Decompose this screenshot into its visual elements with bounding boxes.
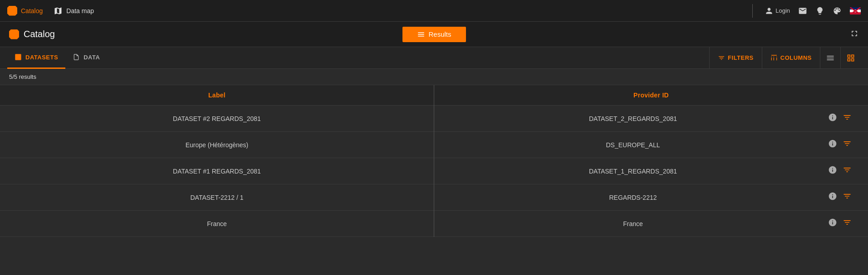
data-tab-icon	[73, 53, 80, 61]
login-btn[interactable]: Login	[765, 6, 790, 15]
cell-provider-id: DATASET_1_REGARDS_2081	[434, 158, 868, 184]
row-actions: DATASET_2_REGARDS_2081	[443, 113, 859, 124]
provider-id-value: REGARDS-2212	[443, 194, 823, 201]
info-btn[interactable]	[828, 192, 837, 203]
nav-right: Login	[749, 4, 861, 18]
row-filter-btn[interactable]	[843, 139, 852, 150]
info-btn[interactable]	[828, 165, 837, 177]
results-count: 5/5 results	[9, 73, 36, 80]
bulb-icon	[815, 6, 824, 15]
row-actions: DS_EUROPE_ALL	[443, 139, 859, 150]
flag-btn[interactable]	[850, 7, 861, 14]
provider-id-value: DATASET_1_REGARDS_2081	[443, 168, 823, 175]
filter-icon	[718, 54, 725, 62]
datasets-tab-icon	[15, 53, 22, 61]
results-button[interactable]: Results	[402, 27, 466, 42]
tab-datasets-label: DATASETS	[25, 54, 58, 61]
table-row: DATASET #1 REGARDS_2081DATASET_1_REGARDS…	[0, 158, 868, 184]
flag-icon	[850, 7, 861, 14]
filters-label: FILTERS	[728, 54, 754, 61]
table-header-row: Label Provider ID	[0, 85, 868, 106]
row-filter-btn[interactable]	[843, 218, 852, 229]
mail-icon	[798, 6, 807, 15]
page-title-area: Catalog	[9, 29, 55, 39]
palette-btn[interactable]	[833, 6, 842, 15]
tab-datasets[interactable]: DATASETS	[7, 47, 65, 69]
table-header: Label Provider ID	[0, 85, 868, 106]
tab-data-label: DATA	[83, 54, 100, 61]
results-label: Results	[428, 30, 451, 38]
columns-icon	[770, 54, 778, 62]
columns-label: COLUMNS	[780, 54, 812, 61]
row-filter-btn[interactable]	[843, 192, 852, 203]
page-title: Catalog	[24, 29, 55, 39]
nav-datamap[interactable]: Data map	[54, 6, 94, 15]
catalog-page-icon	[9, 29, 19, 39]
catalog-icon	[7, 6, 17, 16]
nav-catalog[interactable]: Catalog	[7, 6, 43, 16]
cell-label: DATASET #1 REGARDS_2081	[0, 158, 434, 184]
cell-provider-id: DATASET_2_REGARDS_2081	[434, 106, 868, 132]
bulb-btn[interactable]	[815, 6, 824, 15]
table-row: DATASET #2 REGARDS_2081DATASET_2_REGARDS…	[0, 106, 868, 132]
info-btn[interactable]	[828, 113, 837, 124]
table-row: FranceFrance	[0, 211, 868, 237]
toolbar: DATASETS DATA FILTERS COLUMNS	[0, 47, 868, 69]
nav-catalog-label: Catalog	[21, 7, 43, 14]
info-btn[interactable]	[828, 218, 837, 229]
expand-icon	[850, 29, 859, 38]
person-icon	[765, 6, 774, 15]
col-label-header[interactable]: Label	[0, 85, 434, 106]
datamap-icon	[54, 6, 63, 15]
nav-divider	[752, 4, 753, 18]
tab-data[interactable]: DATA	[65, 47, 107, 69]
table-body: DATASET #2 REGARDS_2081DATASET_2_REGARDS…	[0, 106, 868, 237]
cell-label: DATASET #2 REGARDS_2081	[0, 106, 434, 132]
cell-label: France	[0, 211, 434, 237]
filters-btn[interactable]: FILTERS	[709, 47, 762, 69]
row-filter-btn[interactable]	[843, 165, 852, 177]
row-actions: REGARDS-2212	[443, 192, 859, 203]
page-header: Catalog Results	[0, 22, 868, 47]
row-filter-btn[interactable]	[843, 113, 852, 124]
row-actions: France	[443, 218, 859, 229]
cell-label: DATASET-2212 / 1	[0, 184, 434, 211]
cell-provider-id: DS_EUROPE_ALL	[434, 132, 868, 158]
results-icon	[417, 30, 425, 39]
col-provider-id-header[interactable]: Provider ID	[434, 85, 868, 106]
mail-btn[interactable]	[798, 6, 807, 15]
data-table: Label Provider ID DATASET #2 REGARDS_208…	[0, 85, 868, 237]
grid-view-icon	[846, 53, 855, 63]
grid-view-btn[interactable]	[840, 47, 861, 69]
list-view-btn[interactable]	[820, 47, 840, 69]
login-label: Login	[775, 7, 790, 14]
table-row: Europe (Hétérogènes)DS_EUROPE_ALL	[0, 132, 868, 158]
cell-label: Europe (Hétérogènes)	[0, 132, 434, 158]
results-count-bar: 5/5 results	[0, 69, 868, 85]
expand-btn[interactable]	[850, 29, 859, 39]
columns-btn[interactable]: COLUMNS	[762, 47, 820, 69]
svg-rect-0	[15, 54, 21, 60]
table-row: DATASET-2212 / 1REGARDS-2212	[0, 184, 868, 211]
provider-id-value: DATASET_2_REGARDS_2081	[443, 115, 823, 122]
cell-provider-id: REGARDS-2212	[434, 184, 868, 211]
top-nav: Catalog Data map Login	[0, 0, 868, 22]
nav-datamap-label: Data map	[66, 7, 94, 14]
nav-left: Catalog Data map	[7, 6, 749, 16]
row-actions: DATASET_1_REGARDS_2081	[443, 165, 859, 177]
toolbar-right: FILTERS COLUMNS	[709, 47, 861, 69]
info-btn[interactable]	[828, 139, 837, 150]
provider-id-value: France	[443, 220, 823, 227]
list-view-icon	[826, 53, 835, 63]
palette-icon	[833, 6, 842, 15]
provider-id-value: DS_EUROPE_ALL	[443, 141, 823, 149]
cell-provider-id: France	[434, 211, 868, 237]
